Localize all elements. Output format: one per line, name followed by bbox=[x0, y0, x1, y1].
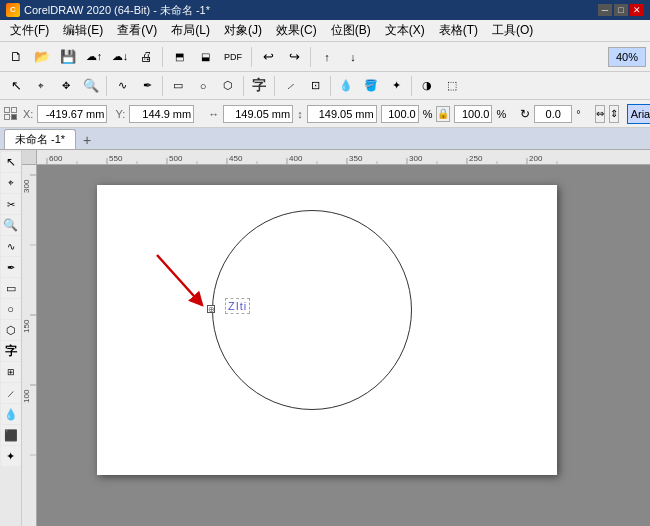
menu-object[interactable]: 对象(J) bbox=[218, 20, 268, 41]
close-button[interactable]: ✕ bbox=[630, 4, 644, 16]
parallel-tool-left[interactable]: ⟋ bbox=[1, 383, 21, 403]
ellipse-tool-left[interactable]: ○ bbox=[1, 299, 21, 319]
freehand-tool[interactable]: ∿ bbox=[110, 74, 134, 98]
import-button[interactable]: ⬒ bbox=[167, 45, 191, 69]
y-input[interactable] bbox=[129, 105, 194, 123]
sep-t5 bbox=[330, 76, 331, 96]
shadow-tool[interactable]: ◑ bbox=[415, 74, 439, 98]
new-button[interactable]: 🗋 bbox=[4, 45, 28, 69]
undo-button[interactable]: ↩ bbox=[256, 45, 280, 69]
move-down-button[interactable]: ↓ bbox=[341, 45, 365, 69]
ellipse-tool[interactable]: ○ bbox=[191, 74, 215, 98]
node-tool-left[interactable]: ⌖ bbox=[1, 173, 21, 193]
width-input[interactable] bbox=[223, 105, 293, 123]
canvas[interactable]: ⊕ ZIti bbox=[37, 165, 650, 526]
menu-effects[interactable]: 效果(C) bbox=[270, 20, 323, 41]
print-button[interactable]: 🖨 bbox=[134, 45, 158, 69]
svg-text:250: 250 bbox=[469, 154, 483, 163]
eyedropper-tool[interactable]: 💧 bbox=[334, 74, 358, 98]
polygon-tool-left[interactable]: ⬡ bbox=[1, 320, 21, 340]
svg-text:500: 500 bbox=[169, 154, 183, 163]
flip-v-button[interactable]: ⇕ bbox=[609, 105, 619, 123]
corner-box bbox=[22, 150, 37, 165]
export-button[interactable]: ⬓ bbox=[193, 45, 217, 69]
tab-unnamed1[interactable]: 未命名 -1* bbox=[4, 129, 76, 149]
menu-tools[interactable]: 工具(O) bbox=[486, 20, 539, 41]
freehand-tool-left[interactable]: ∿ bbox=[1, 236, 21, 256]
menu-file[interactable]: 文件(F) bbox=[4, 20, 55, 41]
node-tool[interactable]: ⌖ bbox=[29, 74, 53, 98]
publish-pdf-button[interactable]: PDF bbox=[219, 45, 247, 69]
menu-bar: 文件(F) 编辑(E) 查看(V) 布局(L) 对象(J) 效果(C) 位图(B… bbox=[0, 20, 650, 42]
menu-layout[interactable]: 布局(L) bbox=[165, 20, 216, 41]
svg-text:450: 450 bbox=[229, 154, 243, 163]
smart-draw-left[interactable]: ✒ bbox=[1, 257, 21, 277]
transform-tool[interactable]: ✥ bbox=[54, 74, 78, 98]
cloud-upload-button[interactable]: ☁↑ bbox=[82, 45, 106, 69]
table-tool-left[interactable]: ⊞ bbox=[1, 362, 21, 382]
width-icon: ↔ bbox=[208, 108, 219, 120]
left-ruler: 300 150 100 bbox=[22, 165, 37, 526]
separator1 bbox=[162, 47, 163, 67]
crop-tool[interactable]: ⊡ bbox=[303, 74, 327, 98]
font-box[interactable]: Arial bbox=[627, 104, 650, 124]
save-button[interactable]: 💾 bbox=[56, 45, 80, 69]
zoom-tool[interactable]: 🔍 bbox=[79, 74, 103, 98]
toolbar1: 🗋 📂 💾 ☁↑ ☁↓ 🖨 ⬒ ⬓ PDF ↩ ↪ ↑ ↓ 40% bbox=[0, 42, 650, 72]
x-input[interactable] bbox=[37, 105, 107, 123]
position-icon bbox=[4, 107, 17, 120]
angle-input[interactable] bbox=[534, 105, 572, 123]
select-tool-left[interactable]: ↖ bbox=[1, 152, 21, 172]
move-up-button[interactable]: ↑ bbox=[315, 45, 339, 69]
text-tool[interactable]: 字 bbox=[247, 74, 271, 98]
flip-h-button[interactable]: ⇔ bbox=[595, 105, 605, 123]
height-input[interactable] bbox=[307, 105, 377, 123]
envelope-tool[interactable]: ⬚ bbox=[440, 74, 464, 98]
open-button[interactable]: 📂 bbox=[30, 45, 54, 69]
zoom-level[interactable]: 40% bbox=[608, 47, 646, 67]
tab-add[interactable]: + bbox=[78, 131, 96, 149]
connector-tool[interactable]: ⟋ bbox=[278, 74, 302, 98]
fill-tool[interactable]: 🪣 bbox=[359, 74, 383, 98]
pct-h-input[interactable] bbox=[454, 105, 492, 123]
fill-left[interactable]: ⬛ bbox=[1, 425, 21, 445]
pct-w-input[interactable] bbox=[381, 105, 419, 123]
svg-text:100: 100 bbox=[22, 389, 31, 403]
lock-ratio-button[interactable]: 🔒 bbox=[436, 106, 450, 122]
text-tool-left[interactable]: 字 bbox=[1, 341, 21, 361]
tool-bar2: ↖ ⌖ ✥ 🔍 ∿ ✒ ▭ ○ ⬡ 字 ⟋ ⊡ 💧 🪣 ✦ ◑ ⬚ bbox=[0, 72, 650, 100]
menu-view[interactable]: 查看(V) bbox=[111, 20, 163, 41]
main-area: ↖ ⌖ ✂ 🔍 ∿ ✒ ▭ ○ ⬡ 字 ⊞ ⟋ 💧 ⬛ ✦ 600 550 bbox=[0, 150, 650, 526]
rect-tool-left[interactable]: ▭ bbox=[1, 278, 21, 298]
object-label: ZIti bbox=[225, 298, 250, 314]
svg-text:300: 300 bbox=[22, 179, 31, 193]
pen-tool[interactable]: ✒ bbox=[135, 74, 159, 98]
crop-tool-left[interactable]: ✂ bbox=[1, 194, 21, 214]
top-ruler: 600 550 500 450 400 350 300 250 bbox=[37, 150, 650, 165]
svg-text:200: 200 bbox=[529, 154, 543, 163]
x-label: X: bbox=[23, 108, 33, 120]
menu-text[interactable]: 文本(X) bbox=[379, 20, 431, 41]
polygon-tool[interactable]: ⬡ bbox=[216, 74, 240, 98]
select-tool[interactable]: ↖ bbox=[4, 74, 28, 98]
rectangle-tool[interactable]: ▭ bbox=[166, 74, 190, 98]
maximize-button[interactable]: □ bbox=[614, 4, 628, 16]
menu-edit[interactable]: 编辑(E) bbox=[57, 20, 109, 41]
menu-bitmap[interactable]: 位图(B) bbox=[325, 20, 377, 41]
eyedropper-left[interactable]: 💧 bbox=[1, 404, 21, 424]
minimize-button[interactable]: ─ bbox=[598, 4, 612, 16]
node-handle[interactable]: ⊕ bbox=[207, 305, 215, 313]
pct-h-label: % bbox=[496, 108, 506, 120]
svg-text:550: 550 bbox=[109, 154, 123, 163]
interactive-tool[interactable]: ✦ bbox=[384, 74, 408, 98]
redo-button[interactable]: ↪ bbox=[282, 45, 306, 69]
y-label: Y: bbox=[115, 108, 125, 120]
menu-table[interactable]: 表格(T) bbox=[433, 20, 484, 41]
svg-text:350: 350 bbox=[349, 154, 363, 163]
svg-text:300: 300 bbox=[409, 154, 423, 163]
sep-t1 bbox=[106, 76, 107, 96]
degree-label: ° bbox=[576, 108, 580, 120]
cloud-download-button[interactable]: ☁↓ bbox=[108, 45, 132, 69]
interactive-left[interactable]: ✦ bbox=[1, 446, 21, 466]
zoom-tool-left[interactable]: 🔍 bbox=[1, 215, 21, 235]
